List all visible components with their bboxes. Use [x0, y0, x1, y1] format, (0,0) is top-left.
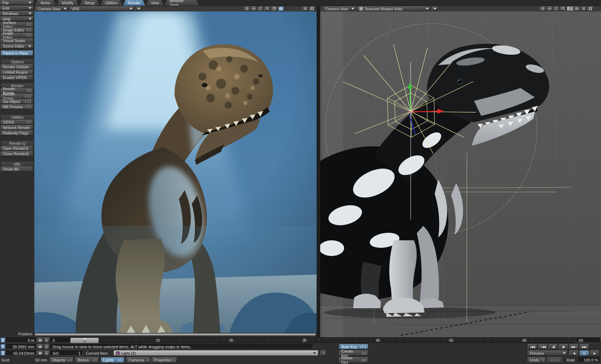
- viewport-divider[interactable]: [317, 6, 320, 337]
- pan-view-icon[interactable]: [251, 6, 257, 11]
- menu-windows[interactable]: Windows: [0, 11, 34, 16]
- pan-view-icon[interactable]: [547, 6, 553, 11]
- viewport-layout-icon[interactable]: [309, 6, 315, 11]
- sidebar-smart-ibl[interactable]: Smart IBL: [1, 167, 33, 172]
- maximize-viewport-icon[interactable]: [271, 6, 277, 11]
- previous-frame-button[interactable]: ◀||: [548, 344, 558, 349]
- sidebar-limited-region[interactable]: Limited Regionl: [1, 70, 33, 75]
- redo-button[interactable]: Redo: [547, 357, 563, 363]
- selection-count-field: Sel:1: [50, 350, 83, 356]
- envelope-x-button[interactable]: E: [44, 338, 50, 343]
- current-item-label: Current Item: [86, 350, 108, 356]
- tab-modify[interactable]: Modify: [57, 0, 79, 6]
- vpr-render-scene: [34, 11, 317, 333]
- sidebar-virtual-studio[interactable]: Virtual Studio: [1, 38, 33, 43]
- tab-modeler-tools[interactable]: Modeler Tools: [165, 0, 199, 6]
- axis-x-button[interactable]: X: [0, 338, 5, 343]
- left-viewport-scrollbar[interactable]: [35, 333, 316, 336]
- position-y-field[interactable]: 39.9992 mm: [6, 344, 36, 349]
- create-key-button[interactable]: Create Keyret: [339, 350, 368, 356]
- cameras-mode-button[interactable]: Cameras+C: [126, 357, 150, 363]
- viewport-menu-icon[interactable]: [581, 6, 587, 11]
- rotate-view-icon[interactable]: [258, 6, 264, 11]
- viewport-menu-icon[interactable]: [302, 6, 308, 11]
- maximize-viewport-icon[interactable]: [567, 6, 573, 11]
- timeline-ruler[interactable]: 10 20 30 40 50 60 0: [70, 338, 575, 343]
- sidebar-open-renderq[interactable]: Open RenderQ: [1, 146, 33, 151]
- chevron-down-icon: [426, 8, 429, 10]
- undo-button[interactable]: Undo^Z: [528, 357, 546, 363]
- nudge-x-button[interactable]: [37, 338, 43, 343]
- axis-y-button[interactable]: Y: [0, 344, 5, 349]
- section-header-options: Options: [1, 59, 34, 64]
- delete-key-button[interactable]: Delete Keydel: [339, 357, 368, 363]
- position-label: Position: [0, 332, 32, 336]
- go-to-start-button[interactable]: |◀◀: [528, 344, 537, 349]
- axis-z-button[interactable]: Z: [0, 350, 5, 356]
- position-x-field[interactable]: 0 m: [6, 338, 36, 343]
- envelope-z-button[interactable]: E: [44, 350, 50, 356]
- right-view-mode-dropdown[interactable]: Camera View: [323, 6, 356, 11]
- rotate-view-icon[interactable]: [553, 6, 560, 11]
- play-reverse-button[interactable]: ◀: [569, 350, 579, 356]
- tab-setup[interactable]: Setup: [79, 0, 99, 6]
- left-view-mode-dropdown[interactable]: Camera View: [36, 6, 69, 11]
- camera-view-icon[interactable]: [278, 6, 284, 11]
- sidebar-enable-viper[interactable]: Enable VIPER: [1, 75, 33, 80]
- tab-items[interactable]: Items: [35, 0, 56, 6]
- properties-button[interactable]: Propertiesp: [152, 357, 177, 363]
- right-viewport-options-dropdown[interactable]: [432, 6, 438, 11]
- left-render-mode-dropdown[interactable]: VPR: [69, 6, 135, 11]
- center-item-icon[interactable]: [244, 6, 250, 11]
- nudge-z-button[interactable]: [37, 350, 43, 356]
- tab-utilities[interactable]: Utilities: [100, 0, 122, 6]
- rate-field[interactable]: 100.0 %: [578, 357, 600, 363]
- next-frame-button[interactable]: ||▶: [559, 344, 568, 349]
- position-z-field[interactable]: -65.0419mm: [6, 350, 36, 356]
- sidebar-render-scene[interactable]: Render SceneF10: [1, 94, 33, 99]
- sidebar-radiosity-flags[interactable]: Radiosity Flags: [1, 131, 33, 136]
- sidebar-close-renderq[interactable]: Close RenderQ: [1, 151, 33, 156]
- item-list-button[interactable]: [320, 350, 327, 356]
- menu-file[interactable]: File: [0, 0, 34, 5]
- last-frame-field[interactable]: 60: [577, 338, 600, 343]
- menu-edit[interactable]: Edit: [0, 6, 34, 10]
- current-item-dropdown[interactable]: Light (3): [114, 350, 318, 356]
- timeline-tick: 50: [449, 338, 453, 343]
- sidebar-viper[interactable]: VIPERF7: [1, 120, 33, 125]
- sidebar-graph-editor[interactable]: Graph Editor^F2: [1, 33, 33, 38]
- go-to-end-button[interactable]: ▶▶|: [580, 344, 589, 349]
- center-item-icon[interactable]: [540, 6, 546, 11]
- light-item-icon: [116, 351, 119, 355]
- grid-value: 50 mm: [21, 357, 47, 363]
- objects-mode-button[interactable]: Objects+O: [50, 357, 74, 363]
- sidebar-render-globals[interactable]: Render Globals: [1, 64, 33, 69]
- preview-dropdown[interactable]: Preview: [528, 350, 568, 356]
- play-forward-button[interactable]: ▶: [590, 350, 600, 356]
- zoom-view-icon[interactable]: [560, 6, 566, 11]
- sidebar-network-render[interactable]: Network Render: [1, 125, 33, 130]
- viewport-left-canvas[interactable]: [34, 11, 317, 333]
- pause-button[interactable]: ||: [580, 350, 589, 356]
- tab-render[interactable]: Render: [123, 0, 145, 6]
- camera-view-icon[interactable]: [574, 6, 580, 11]
- viewport-right-canvas[interactable]: [320, 11, 601, 337]
- right-render-mode-dropdown[interactable]: TTextured Shaded Solid: [357, 6, 431, 11]
- zoom-view-icon[interactable]: [264, 6, 270, 11]
- left-viewport-options-dropdown[interactable]: [136, 6, 142, 11]
- sidebar-surface-editor[interactable]: Surface EditorF5: [1, 22, 33, 27]
- bones-mode-button[interactable]: Bones+B: [75, 357, 99, 363]
- previous-key-button[interactable]: +◀◀: [538, 344, 548, 349]
- envelope-y-button[interactable]: E: [44, 344, 50, 349]
- viewport-left-header: Camera View VPR: [34, 6, 317, 12]
- tab-view[interactable]: View: [146, 0, 164, 6]
- sidebar-scene-editor[interactable]: Scene Editor: [1, 44, 33, 49]
- viewport-layout-icon[interactable]: [587, 6, 593, 11]
- sidebar-parent-in-place[interactable]: Parent in Place: [1, 50, 33, 56]
- sidebar-sel-object[interactable]: Sel ObjectF11: [1, 99, 33, 104]
- lights-mode-button[interactable]: Lights+L: [101, 357, 124, 363]
- next-key-button[interactable]: ▶▶+: [569, 344, 579, 349]
- sidebar-mb-preview[interactable]: MB Preview+F9: [1, 104, 33, 109]
- nudge-y-button[interactable]: [37, 344, 43, 349]
- section-header-utilities: Utilities: [1, 114, 34, 120]
